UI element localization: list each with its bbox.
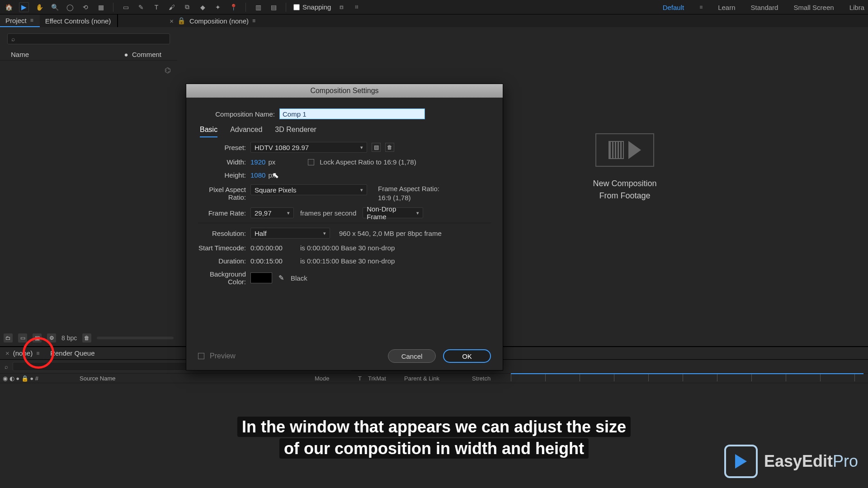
tab-project[interactable]: Project ≡ — [0, 14, 40, 27]
shape-tool-icon[interactable]: ▭ — [121, 2, 131, 12]
preview-toggle[interactable]: Preview — [198, 352, 236, 360]
col-source-name[interactable]: Source Name — [77, 374, 312, 383]
ok-button[interactable]: OK — [443, 349, 491, 363]
drop-frame-select[interactable]: Non-Drop Frame ▾ — [363, 207, 423, 218]
snap-grid-icon[interactable]: ⌗ — [352, 2, 362, 12]
workspace-learn[interactable]: Learn — [718, 4, 735, 11]
pen-tool-icon[interactable]: ✎ — [136, 2, 146, 12]
start-timecode-label: Start Timecode: — [198, 244, 250, 252]
col-trkmat[interactable]: TrkMat — [365, 374, 401, 383]
roto-tool-icon[interactable]: ✦ — [213, 2, 223, 12]
close-icon[interactable]: × — [170, 17, 174, 25]
preview-checkbox[interactable] — [198, 353, 204, 359]
snapping-toggle[interactable]: Snapping — [293, 3, 331, 11]
rotate-tool-icon[interactable]: ⟲ — [80, 2, 90, 12]
bg-color-label: Background Color: — [198, 270, 250, 286]
type-tool-icon[interactable]: T — [151, 2, 161, 12]
project-search-input[interactable]: ⌕ — [7, 33, 170, 44]
lock-icon[interactable]: 🔒 — [177, 17, 186, 25]
camera-tool-icon[interactable]: ▦ — [96, 2, 106, 12]
bpc-label[interactable]: 8 bpc — [61, 334, 77, 342]
home-icon[interactable]: 🏠 — [4, 2, 14, 12]
new-folder-icon[interactable]: ▭ — [18, 333, 27, 343]
fps-select[interactable]: 29,97 ▾ — [250, 207, 294, 218]
tab-effect-controls[interactable]: Effect Controls (none) — [40, 14, 118, 27]
zoom-tool-icon[interactable]: 🔍 — [50, 2, 60, 12]
eraser-tool-icon[interactable]: ◆ — [198, 2, 208, 12]
swatch-b-icon[interactable]: ▤ — [269, 2, 278, 12]
bg-color-swatch[interactable] — [250, 272, 272, 283]
settings-icon[interactable]: ⚙ — [47, 333, 56, 343]
resolution-label: Resolution: — [198, 230, 250, 237]
workspace-default[interactable]: Default — [663, 4, 684, 11]
tab-basic[interactable]: Basic — [200, 126, 217, 137]
interpret-icon[interactable]: 🗀 — [4, 333, 13, 343]
hand-tool-icon[interactable]: ✋ — [34, 2, 44, 12]
chevron-down-icon: ▾ — [360, 187, 363, 193]
timeline-tab-render-queue[interactable]: Render Queue — [45, 347, 100, 359]
selection-tool-icon[interactable]: ▶ — [19, 2, 29, 12]
timeline-tab-menu-icon[interactable]: ≡ — [36, 350, 39, 357]
col-mode[interactable]: Mode — [312, 374, 355, 383]
duration-value[interactable]: 0:00:15:00 — [250, 257, 291, 265]
start-timecode-info: is 0:00:00:00 Base 30 non-drop — [300, 244, 395, 252]
comp-name-input[interactable] — [279, 108, 425, 119]
new-comp-from-footage-tile[interactable]: New Composition From Footage — [566, 133, 684, 202]
workspace-small-screen[interactable]: Small Screen — [793, 4, 834, 11]
timeline-tab-none[interactable]: × (none) ≡ — [0, 347, 45, 359]
video-caption: In the window that appears we can adjust… — [237, 416, 631, 460]
start-timecode-value[interactable]: 0:00:00:00 — [250, 244, 291, 252]
cancel-button[interactable]: Cancel — [388, 349, 436, 363]
flow-icon[interactable]: ⌬ — [165, 66, 171, 75]
col-label-icon[interactable]: ● — [120, 51, 132, 58]
col-parent[interactable]: Parent & Link — [401, 374, 469, 383]
tab-3d-renderer[interactable]: 3D Renderer — [275, 126, 316, 137]
duration-info: is 0:00:15:00 Base 30 non-drop — [300, 257, 395, 265]
tab-composition[interactable]: × 🔒 Composition (none) ≡ — [164, 14, 262, 27]
col-comment[interactable]: Comment — [132, 51, 173, 58]
resolution-info: 960 x 540, 2,0 MB per 8bpc frame — [339, 230, 442, 237]
tab-project-menu-icon[interactable]: ≡ — [30, 17, 33, 23]
height-value[interactable]: 1080 — [250, 171, 265, 179]
workspace-standard[interactable]: Standard — [751, 4, 778, 11]
save-preset-icon[interactable]: ▤ — [372, 143, 381, 152]
stamp-tool-icon[interactable]: ⧉ — [182, 2, 192, 12]
delete-preset-icon[interactable]: 🗑 — [385, 143, 394, 152]
snapping-label: Snapping — [302, 3, 331, 11]
composition-settings-dialog: Composition Settings Composition Name: B… — [186, 84, 503, 371]
col-name[interactable]: Name — [11, 51, 120, 58]
new-comp-icon[interactable]: ▣ — [33, 333, 42, 343]
workspace-libraries[interactable]: Libra — [849, 4, 864, 11]
puppet-tool-icon[interactable]: 📍 — [228, 2, 238, 12]
timeline-search-icon[interactable]: ⌕ — [5, 363, 8, 370]
workspace-menu-icon[interactable]: ≡ — [699, 4, 703, 10]
par-select[interactable]: Square Pixels ▾ — [250, 184, 367, 195]
swatch-a-icon[interactable]: ▥ — [253, 2, 263, 12]
resolution-select[interactable]: Half ▾ — [250, 228, 330, 239]
resolution-value: Half — [255, 230, 267, 237]
orbit-tool-icon[interactable]: ◯ — [65, 2, 75, 12]
workspace-switcher: Default ≡ Learn Standard Small Screen Li… — [663, 0, 864, 14]
preset-select[interactable]: HDTV 1080 29.97 ▾ — [250, 142, 367, 153]
brush-tool-icon[interactable]: 🖌 — [167, 2, 177, 12]
snapping-checkbox[interactable] — [293, 4, 300, 10]
close-icon[interactable]: × — [5, 349, 9, 357]
caption-line2: of our composition in width and height — [279, 438, 589, 459]
timeline-ruler[interactable] — [511, 373, 863, 381]
tab-composition-menu-icon[interactable]: ≡ — [252, 18, 255, 24]
trash-icon[interactable]: 🗑 — [82, 333, 91, 343]
lock-aspect-checkbox[interactable] — [308, 159, 314, 165]
watermark-main: EasyEdit — [764, 452, 833, 470]
col-stretch[interactable]: Stretch — [469, 374, 510, 383]
tab-composition-label: Composition (none) — [189, 17, 249, 25]
tab-advanced[interactable]: Advanced — [230, 126, 262, 137]
col-t[interactable]: T — [355, 374, 365, 383]
eyedropper-icon[interactable]: ✎ — [278, 274, 284, 282]
width-value[interactable]: 1920 — [250, 158, 265, 166]
chevron-down-icon: ▾ — [323, 230, 326, 236]
snap-magnet-icon[interactable]: ⧈ — [336, 2, 346, 12]
preview-label: Preview — [210, 352, 236, 360]
col-toggles[interactable]: ◉ ◐ ● 🔒 ● # — [0, 374, 77, 383]
disk-cache-bar — [97, 337, 174, 339]
preset-label: Preset: — [198, 144, 250, 151]
